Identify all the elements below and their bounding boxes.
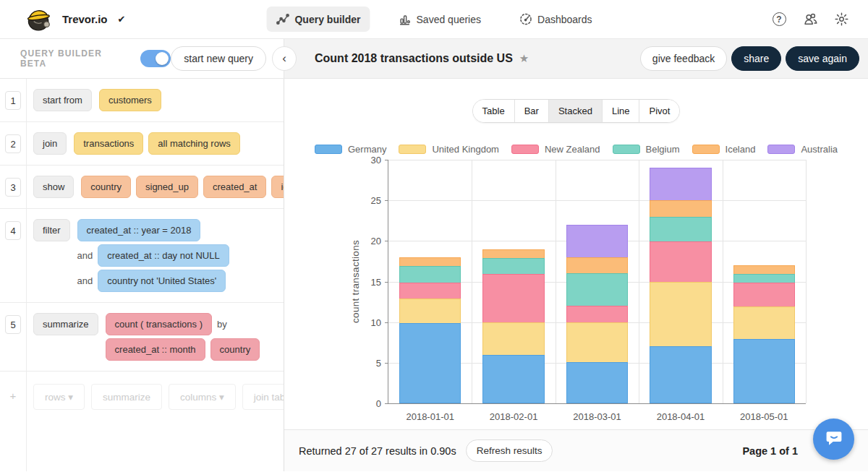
query-pill[interactable]: created_at :: month bbox=[106, 338, 205, 361]
bar-segment-united-kingdom[interactable] bbox=[566, 322, 628, 364]
help-icon[interactable]: ? bbox=[771, 12, 787, 27]
back-chevron-button[interactable]: ‹ bbox=[272, 46, 297, 71]
bar-segment-new-zealand[interactable] bbox=[566, 306, 628, 323]
bar-segment-germany[interactable] bbox=[399, 323, 461, 403]
view-tab-line[interactable]: Line bbox=[603, 100, 640, 122]
sub-header-left: QUERY BUILDER BETA start new query bbox=[0, 39, 284, 79]
legend-swatch bbox=[511, 145, 539, 154]
legend-label: Belgium bbox=[646, 144, 680, 155]
legend-item[interactable]: Belgium bbox=[613, 144, 680, 155]
legend-item[interactable]: New Zealand bbox=[511, 144, 600, 155]
start-new-query-button[interactable]: start new query bbox=[171, 46, 266, 71]
nav-icon-group: ? bbox=[771, 12, 849, 27]
v-gridline bbox=[806, 160, 807, 403]
query-pill[interactable]: created_at bbox=[203, 176, 266, 198]
bar-segment-belgium[interactable] bbox=[399, 266, 461, 283]
bar-segment-germany[interactable] bbox=[733, 339, 795, 403]
bar-segment-united-kingdom[interactable] bbox=[650, 282, 711, 347]
add-step-row: +rows ▾summarizecolumns ▾join table bbox=[0, 372, 284, 420]
query-step-2: 2jointransactionsall matching rows bbox=[0, 122, 284, 166]
step-keyword-pill[interactable]: start from bbox=[33, 89, 92, 111]
query-pill[interactable]: country not 'United States' bbox=[98, 270, 226, 292]
bar-segment-new-zealand[interactable] bbox=[482, 274, 544, 323]
query-pill[interactable]: transactions bbox=[74, 132, 143, 155]
nav-tab-query-builder[interactable]: Query builder bbox=[266, 7, 370, 32]
bar-segment-united-kingdom[interactable] bbox=[482, 322, 544, 356]
legend-item[interactable]: United Kingdom bbox=[399, 144, 499, 155]
view-tab-stacked[interactable]: Stacked bbox=[549, 100, 603, 122]
stacked-bar[interactable] bbox=[566, 225, 628, 403]
bar-segment-iceland[interactable] bbox=[566, 257, 628, 275]
query-pill[interactable]: count ( transactions ) bbox=[106, 313, 212, 335]
legend-item[interactable]: Iceland bbox=[692, 144, 756, 155]
bar-segment-new-zealand[interactable] bbox=[399, 283, 461, 300]
nav-tab-dashboards[interactable]: Dashboards bbox=[509, 6, 602, 33]
bar-segment-germany[interactable] bbox=[482, 355, 544, 404]
refresh-results-button[interactable]: Refresh results bbox=[466, 439, 553, 462]
content: 1start fromcustomers2jointransactionsall… bbox=[0, 79, 868, 471]
step-number: 3 bbox=[5, 178, 21, 197]
query-pill[interactable]: country bbox=[81, 176, 131, 198]
bar-segment-new-zealand[interactable] bbox=[733, 283, 795, 308]
view-tab-table[interactable]: Table bbox=[473, 100, 515, 122]
query-builder-icon bbox=[276, 13, 289, 25]
query-pill[interactable]: customers bbox=[99, 89, 161, 111]
bar-segment-belgium[interactable] bbox=[566, 273, 628, 306]
step-body: filtercreated_at :: year = 2018andcreate… bbox=[33, 219, 229, 292]
brand[interactable]: Trevor.io ✔ bbox=[25, 4, 125, 35]
query-pill[interactable]: created_at :: year = 2018 bbox=[77, 219, 201, 241]
query-pill[interactable]: id bbox=[271, 176, 284, 198]
legend-item[interactable]: Germany bbox=[315, 144, 386, 155]
query-pill[interactable]: all matching rows bbox=[148, 132, 239, 155]
query-pill[interactable]: signed_up bbox=[136, 176, 198, 198]
add-columns-button[interactable]: columns ▾ bbox=[169, 384, 236, 410]
stacked-bar[interactable] bbox=[482, 249, 544, 403]
y-tick-label: 10 bbox=[371, 317, 381, 327]
star-icon[interactable]: ★ bbox=[519, 52, 529, 65]
x-tick-label: 2018-05-01 bbox=[723, 411, 806, 422]
bar-segment-united-kingdom[interactable] bbox=[733, 306, 795, 340]
legend-item[interactable]: Australia bbox=[767, 144, 838, 155]
bar-column bbox=[723, 160, 806, 403]
trevor-logo-icon bbox=[25, 4, 54, 35]
add-join-table-button[interactable]: join table bbox=[242, 384, 284, 410]
view-tab-bar[interactable]: Bar bbox=[515, 100, 549, 122]
give-feedback-button[interactable]: give feedback bbox=[640, 46, 727, 71]
bar-segment-belgium[interactable] bbox=[650, 217, 711, 242]
add-summarize-button[interactable]: summarize bbox=[91, 384, 162, 410]
query-pill[interactable]: created_at :: day not NULL bbox=[98, 244, 229, 267]
bar-segment-germany[interactable] bbox=[566, 362, 628, 403]
bar-segment-germany[interactable] bbox=[650, 346, 711, 403]
view-tab-pivot[interactable]: Pivot bbox=[639, 100, 679, 122]
step-keyword-pill[interactable]: summarize bbox=[33, 313, 98, 335]
stacked-bar[interactable] bbox=[733, 265, 795, 403]
bar-segment-iceland[interactable] bbox=[650, 200, 711, 218]
step-keyword-pill[interactable]: show bbox=[33, 176, 74, 198]
step-number-col: 3 bbox=[0, 176, 26, 198]
query-step-1: 1start fromcustomers bbox=[0, 79, 284, 122]
query-pill[interactable]: country bbox=[210, 338, 260, 361]
x-axis-labels: 2018-01-012018-02-012018-03-012018-04-01… bbox=[388, 411, 806, 422]
settings-icon[interactable] bbox=[833, 12, 849, 27]
bar-segment-united-kingdom[interactable] bbox=[399, 299, 461, 324]
bar-segment-australia[interactable] bbox=[566, 225, 628, 258]
stacked-bar[interactable] bbox=[650, 168, 711, 403]
step-keyword-pill[interactable]: join bbox=[33, 132, 67, 155]
step-body: jointransactionsall matching rows bbox=[33, 132, 240, 155]
nav-tab-saved-queries[interactable]: Saved queries bbox=[389, 7, 491, 33]
save-again-button[interactable]: save again bbox=[786, 46, 859, 71]
step-keyword-pill[interactable]: filter bbox=[33, 219, 70, 241]
bar-segment-new-zealand[interactable] bbox=[650, 241, 711, 283]
share-button[interactable]: share bbox=[731, 46, 781, 71]
stacked-bar[interactable] bbox=[399, 257, 461, 403]
sub-header: QUERY BUILDER BETA start new query ‹ Cou… bbox=[0, 39, 868, 79]
x-tick-label: 2018-02-01 bbox=[472, 411, 555, 422]
chat-launcher-button[interactable] bbox=[813, 419, 854, 460]
add-rows-button[interactable]: rows ▾ bbox=[33, 384, 85, 410]
users-icon[interactable] bbox=[802, 12, 818, 27]
bar-segment-belgium[interactable] bbox=[482, 258, 544, 275]
bar-column bbox=[639, 160, 722, 403]
step-number-col: 5 bbox=[0, 313, 26, 361]
beta-toggle[interactable] bbox=[140, 50, 171, 67]
bar-segment-australia[interactable] bbox=[650, 168, 711, 201]
